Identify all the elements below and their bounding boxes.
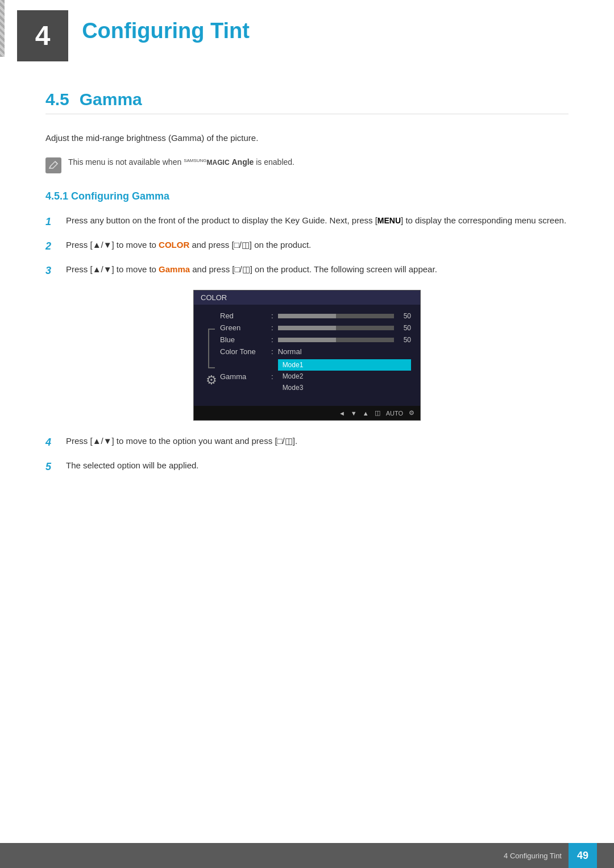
section-title: Gamma bbox=[80, 90, 142, 109]
monitor-row-color-tone: Color Tone : Normal bbox=[220, 347, 411, 356]
section-heading: 4.5Gamma bbox=[45, 90, 569, 114]
steps-list-cont: 4 Press [▲/▼] to move to the option you … bbox=[45, 434, 569, 475]
step-number-3: 3 bbox=[45, 263, 57, 279]
settings-icon: ⚙ bbox=[206, 373, 217, 388]
monitor-menu-header: COLOR bbox=[194, 290, 420, 305]
page-number: 49 bbox=[569, 843, 597, 868]
monitor-row-gamma: Gamma : Mode1 Mode2 Mode3 bbox=[220, 359, 411, 393]
monitor-btn-down: ▼ bbox=[351, 410, 357, 417]
steps-list: 1 Press any button on the front of the p… bbox=[45, 214, 569, 279]
color-tone-label: Color Tone bbox=[220, 347, 271, 356]
gamma-dropdown: Mode1 Mode2 Mode3 bbox=[278, 359, 411, 393]
step-text-1: Press any button on the front of the pro… bbox=[66, 214, 569, 230]
step-text-2: Press [▲/▼] to move to COLOR and press [… bbox=[66, 238, 569, 255]
red-bar-container: 50 bbox=[278, 312, 411, 320]
monitor-btn-left: ◄ bbox=[339, 410, 345, 417]
pencil-icon bbox=[48, 160, 59, 171]
section-description: Adjust the mid-range brightness (Gamma) … bbox=[45, 131, 569, 145]
step-number-2: 2 bbox=[45, 238, 57, 255]
green-bar-container: 50 bbox=[278, 324, 411, 332]
monitor-btn-up: ▲ bbox=[363, 410, 369, 417]
monitor-btn-gear: ⚙ bbox=[409, 409, 414, 417]
monitor-footer: ◄ ▼ ▲ ◫ AUTO ⚙ bbox=[194, 406, 420, 420]
blue-label: Blue bbox=[220, 335, 271, 344]
subsection-heading: 4.5.1 Configuring Gamma bbox=[45, 190, 569, 202]
step-text-3: Press [▲/▼] to move to Gamma and press [… bbox=[66, 263, 569, 279]
green-value: 50 bbox=[399, 324, 411, 332]
step-4: 4 Press [▲/▼] to move to the option you … bbox=[45, 434, 569, 451]
page-footer: 4 Configuring Tint 49 bbox=[0, 843, 614, 868]
gamma-menu-label: Gamma bbox=[159, 264, 190, 274]
green-bar bbox=[278, 326, 394, 330]
note-text: This menu is not available when SAMSUNGM… bbox=[68, 156, 294, 168]
red-bar bbox=[278, 314, 394, 318]
step-5: 5 The selected option will be applied. bbox=[45, 459, 569, 475]
section-number: 4.5 bbox=[45, 90, 69, 109]
monitor-row-green: Green : 50 bbox=[220, 323, 411, 332]
monitor-rows-wrapper: ⚙ Red : 50 bbox=[203, 312, 411, 397]
note-icon bbox=[45, 157, 61, 173]
monitor-btn-auto: AUTO bbox=[386, 410, 403, 417]
blue-bar bbox=[278, 338, 394, 342]
step-number-1: 1 bbox=[45, 214, 57, 230]
monitor-btn-select: ◫ bbox=[375, 409, 380, 417]
chapter-title: Configuring Tint bbox=[82, 19, 250, 43]
subsection-title: Configuring Gamma bbox=[71, 190, 169, 202]
step-text-4: Press [▲/▼] to move to the option you wa… bbox=[66, 434, 569, 451]
green-bar-fill bbox=[278, 326, 336, 330]
blue-bar-container: 50 bbox=[278, 336, 411, 344]
monitor-body: ⚙ Red : 50 bbox=[194, 305, 420, 406]
red-bar-fill bbox=[278, 314, 336, 318]
red-label: Red bbox=[220, 312, 271, 320]
red-value: 50 bbox=[399, 312, 411, 320]
step-1: 1 Press any button on the front of the p… bbox=[45, 214, 569, 230]
gamma-option-mode3: Mode3 bbox=[278, 382, 411, 393]
monitor-screenshot: COLOR ⚙ Red : bbox=[193, 290, 421, 421]
step-number-4: 4 bbox=[45, 434, 57, 451]
subsection-number: 4.5.1 bbox=[45, 190, 68, 202]
chapter-number: 4 bbox=[17, 10, 68, 61]
step-text-5: The selected option will be applied. bbox=[66, 459, 569, 475]
gamma-option-mode1: Mode1 bbox=[278, 359, 411, 371]
gamma-label: Gamma bbox=[220, 372, 271, 381]
step-3: 3 Press [▲/▼] to move to Gamma and press… bbox=[45, 263, 569, 279]
color-menu-label: COLOR bbox=[159, 240, 189, 250]
monitor-bracket bbox=[208, 329, 215, 368]
monitor-rows-main: Red : 50 Green : bbox=[220, 312, 411, 397]
step-2: 2 Press [▲/▼] to move to COLOR and press… bbox=[45, 238, 569, 255]
color-tone-value: Normal bbox=[278, 347, 302, 356]
header-accent-stripe bbox=[0, 0, 5, 57]
note-box: This menu is not available when SAMSUNGM… bbox=[45, 156, 569, 173]
main-content: 4.5Gamma Adjust the mid-range brightness… bbox=[0, 78, 614, 532]
footer-text: 4 Configuring Tint bbox=[504, 852, 562, 860]
green-label: Green bbox=[220, 323, 271, 332]
menu-key: MENU bbox=[377, 216, 401, 225]
monitor-row-red: Red : 50 bbox=[220, 312, 411, 320]
monitor-row-blue: Blue : 50 bbox=[220, 335, 411, 344]
step-number-5: 5 bbox=[45, 459, 57, 475]
blue-value: 50 bbox=[399, 336, 411, 344]
blue-bar-fill bbox=[278, 338, 336, 342]
monitor-left-icons: ⚙ bbox=[203, 312, 220, 397]
gamma-option-mode2: Mode2 bbox=[278, 371, 411, 382]
samsung-magic-label: SAMSUNGMAGIC bbox=[184, 159, 229, 167]
chapter-header: 4 Configuring Tint bbox=[0, 0, 614, 73]
